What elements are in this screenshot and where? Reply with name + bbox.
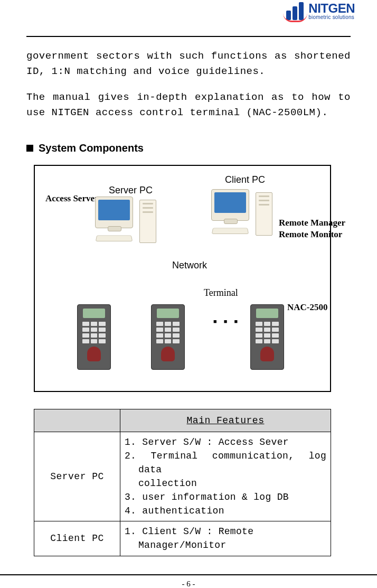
terminal-device-icon [77, 304, 111, 370]
brand-logo: NITGEN biometric solutions [286, 2, 355, 20]
label-terminal: Terminal [204, 287, 238, 298]
footer-divider [0, 574, 377, 575]
system-diagram: Server PC Access Server Client PC Remote… [34, 165, 331, 392]
intro-paragraph-2: The manual gives in-depth explanation as… [26, 90, 351, 121]
label-network: Network [172, 260, 207, 271]
network-lines-icon [35, 166, 193, 245]
section-heading: System Components [26, 142, 351, 154]
brand-tagline: biometric solutions [308, 15, 355, 20]
label-remote-monitor: Remote Monitor [279, 229, 342, 240]
terminal-device-icon [250, 304, 284, 370]
header-divider [26, 36, 351, 37]
page-number: - 6 - [26, 580, 351, 589]
ellipsis-dots-icon: ■ ■ ■ [213, 318, 240, 324]
terminal-device-icon [151, 304, 185, 370]
section-title: System Components [39, 142, 144, 154]
intro-paragraph-1: government sectors with such functions a… [26, 49, 351, 80]
logo-arc-icon [283, 13, 307, 22]
bullet-square-icon [26, 145, 33, 152]
page-header: NITGEN biometric solutions [26, 0, 351, 37]
table-header-row: Main Features [34, 409, 331, 432]
label-nac2500: NAC-2500 [287, 302, 328, 313]
client-pc-icon [211, 189, 269, 237]
brand-name: NITGEN [308, 2, 355, 15]
table-row: Server PC 1. Server S/W : Access Sever 2… [34, 432, 331, 521]
features-table: Main Features Server PC 1. Server S/W : … [34, 409, 331, 556]
table-header-main: Main Features [120, 409, 331, 432]
table-row: Client PC 1. Client S/W : Remote Manager… [34, 521, 331, 556]
row-content-server: 1. Server S/W : Access Sever 2. Terminal… [120, 432, 331, 521]
row-content-client: 1. Client S/W : Remote Manager/Monitor [120, 521, 331, 556]
label-remote-manager: Remote Manager [279, 218, 345, 228]
table-header-blank [34, 409, 120, 432]
page: NITGEN biometric solutions government se… [0, 0, 377, 588]
row-label-client: Client PC [34, 521, 120, 556]
label-client-pc: Client PC [225, 174, 265, 185]
row-label-server: Server PC [34, 432, 120, 521]
